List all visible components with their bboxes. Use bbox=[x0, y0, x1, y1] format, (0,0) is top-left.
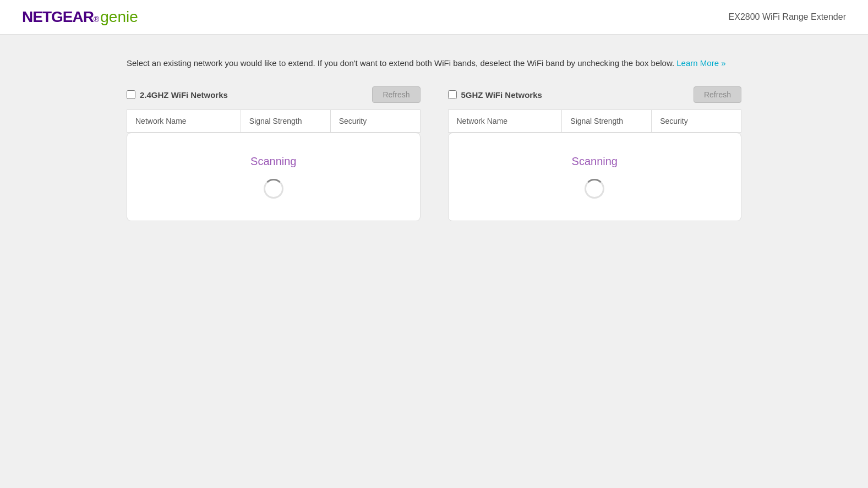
col-network-name-24ghz: Network Name bbox=[127, 110, 241, 132]
spinner-24ghz bbox=[264, 179, 283, 199]
logo-genie: genie bbox=[100, 8, 138, 26]
col-signal-strength-24ghz: Signal Strength bbox=[241, 110, 331, 132]
checkbox-5ghz-label[interactable]: 5GHZ WiFi Networks bbox=[448, 90, 542, 100]
logo: NETGEAR®genie bbox=[22, 8, 138, 26]
checkbox-24ghz-text: 2.4GHZ WiFi Networks bbox=[140, 90, 228, 100]
scanning-text-24ghz: Scanning bbox=[250, 155, 296, 168]
logo-netgear: NETGEAR bbox=[22, 8, 94, 26]
scanning-card-24ghz: Scanning bbox=[127, 133, 421, 221]
description-text: Select an existing network you would lik… bbox=[127, 57, 741, 70]
panel-24ghz-header: 2.4GHZ WiFi Networks Refresh bbox=[127, 86, 421, 103]
scanning-card-5ghz: Scanning bbox=[448, 133, 742, 221]
checkbox-24ghz[interactable] bbox=[127, 90, 135, 99]
spinner-5ghz bbox=[585, 179, 604, 199]
main-content: Select an existing network you would lik… bbox=[0, 35, 868, 243]
header: NETGEAR®genie EX2800 WiFi Range Extender bbox=[0, 0, 868, 35]
refresh-24ghz-button[interactable]: Refresh bbox=[372, 86, 420, 103]
panel-5ghz-header: 5GHZ WiFi Networks Refresh bbox=[448, 86, 742, 103]
logo-reg: ® bbox=[94, 15, 99, 24]
checkbox-5ghz-text: 5GHZ WiFi Networks bbox=[461, 90, 542, 100]
checkbox-24ghz-label[interactable]: 2.4GHZ WiFi Networks bbox=[127, 90, 228, 100]
learn-more-link[interactable]: Learn More » bbox=[676, 58, 725, 68]
refresh-5ghz-button[interactable]: Refresh bbox=[694, 86, 741, 103]
col-security-5ghz: Security bbox=[652, 110, 741, 132]
table-header-24ghz: Network Name Signal Strength Security bbox=[127, 109, 421, 133]
table-header-5ghz: Network Name Signal Strength Security bbox=[448, 109, 742, 133]
networks-container: 2.4GHZ WiFi Networks Refresh Network Nam… bbox=[127, 86, 741, 221]
checkbox-5ghz[interactable] bbox=[448, 90, 457, 99]
col-security-24ghz: Security bbox=[331, 110, 420, 132]
col-network-name-5ghz: Network Name bbox=[449, 110, 563, 132]
panel-24ghz: 2.4GHZ WiFi Networks Refresh Network Nam… bbox=[127, 86, 421, 221]
scanning-text-5ghz: Scanning bbox=[572, 155, 618, 168]
description-main: Select an existing network you would lik… bbox=[127, 58, 674, 68]
device-name: EX2800 WiFi Range Extender bbox=[729, 12, 846, 22]
panel-5ghz: 5GHZ WiFi Networks Refresh Network Name … bbox=[448, 86, 742, 221]
col-signal-strength-5ghz: Signal Strength bbox=[562, 110, 652, 132]
